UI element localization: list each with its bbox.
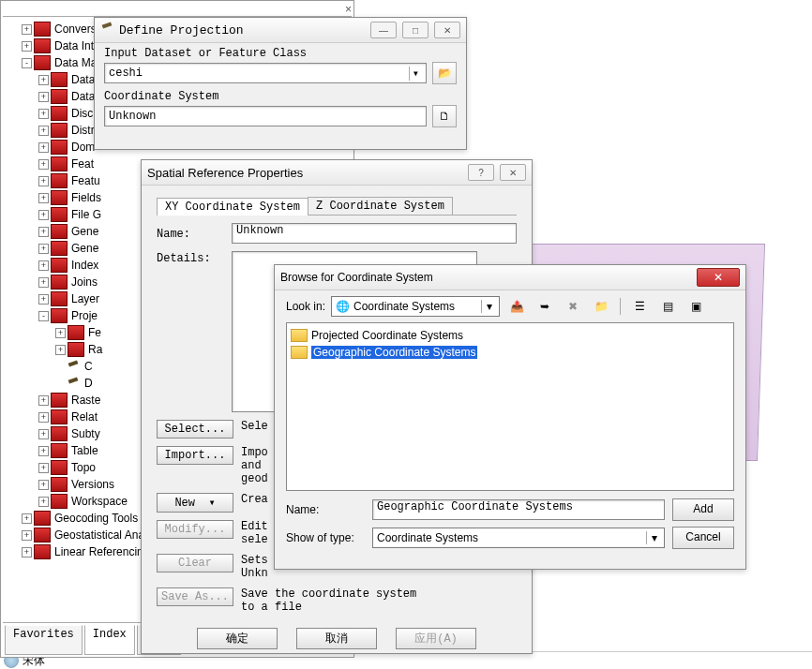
add-button[interactable]: Add: [672, 498, 734, 521]
tree-item-label: Workspace: [71, 495, 128, 508]
file-list-item[interactable]: Geographic Coordinate Systems: [291, 344, 729, 361]
expand-toggle[interactable]: +: [38, 277, 49, 288]
dropdown-icon[interactable]: ▾: [409, 67, 422, 81]
close-button[interactable]: ✕: [697, 268, 740, 287]
tree-item-label: D: [84, 377, 93, 390]
panel-close-icon[interactable]: ×: [345, 3, 352, 16]
cancel-button[interactable]: 取消: [296, 628, 377, 649]
expand-toggle[interactable]: +: [22, 41, 32, 52]
tree-item-label: Gene: [71, 225, 98, 238]
tree-item-label: Data Ma: [54, 56, 97, 69]
list-view-button[interactable]: ☰: [628, 296, 651, 317]
expand-toggle[interactable]: +: [38, 446, 49, 456]
name-label: Name:: [286, 503, 365, 516]
open-folder-button[interactable]: 📂: [432, 62, 457, 84]
expand-toggle[interactable]: +: [38, 126, 49, 136]
toolbox-icon: [34, 38, 51, 53]
coordinate-system-field[interactable]: Unknown: [109, 110, 156, 123]
expand-toggle[interactable]: +: [38, 480, 49, 490]
name-field[interactable]: Unknown: [236, 224, 283, 237]
toolbox-icon: [51, 156, 68, 171]
tree-item-label: Relat: [71, 410, 98, 424]
toolbox-icon: [51, 291, 68, 306]
expand-toggle[interactable]: +: [38, 159, 49, 170]
expand-toggle[interactable]: +: [38, 92, 49, 102]
toolbox-icon: [51, 477, 68, 492]
tree-item-label: Gene: [71, 242, 98, 255]
show-of-type-label: Show of type:: [286, 531, 365, 544]
toolbox-icon: [34, 528, 51, 543]
define-projection-titlebar[interactable]: Define Projection — □ ✕: [95, 18, 466, 43]
expand-toggle[interactable]: +: [38, 395, 49, 406]
help-button[interactable]: ?: [468, 164, 494, 181]
saveas-desc: Save the coordinate system to a file: [241, 587, 416, 614]
tree-item-label: Table: [71, 444, 98, 457]
file-list[interactable]: Projected Coordinate SystemsGeographic C…: [286, 322, 734, 491]
details-view-button[interactable]: ▤: [656, 296, 679, 317]
expand-toggle[interactable]: +: [38, 294, 49, 305]
expand-toggle[interactable]: +: [22, 547, 32, 558]
clear-desc: Sets Unkn: [241, 554, 268, 580]
connect-button[interactable]: ➥: [534, 296, 556, 317]
show-of-type-combo[interactable]: Coordinate Systems ▾: [372, 528, 665, 548]
maximize-button[interactable]: □: [402, 22, 429, 38]
tab-favorites[interactable]: Favorites: [5, 625, 83, 655]
expand-toggle[interactable]: +: [38, 412, 49, 423]
new-folder-button[interactable]: 📁: [590, 296, 612, 317]
expand-toggle[interactable]: +: [38, 142, 49, 153]
select-desc: Sele: [241, 420, 268, 433]
disconnect-button[interactable]: ✖: [562, 296, 584, 317]
expand-toggle[interactable]: +: [38, 193, 49, 203]
select-button[interactable]: Select...: [157, 420, 233, 439]
expand-toggle[interactable]: +: [38, 497, 49, 507]
expand-toggle[interactable]: -: [38, 311, 49, 321]
file-list-item[interactable]: Projected Coordinate Systems: [291, 327, 729, 344]
cancel-button[interactable]: Cancel: [672, 527, 734, 549]
expand-toggle[interactable]: -: [22, 58, 32, 68]
look-in-combo[interactable]: 🌐 Coordinate Systems ▾: [331, 296, 500, 317]
expand-toggle[interactable]: +: [38, 176, 49, 186]
dropdown-icon[interactable]: ▾: [481, 300, 497, 313]
tree-item-label: C: [84, 360, 93, 373]
modify-button: Modify...: [157, 520, 233, 539]
minimize-button[interactable]: —: [370, 22, 397, 38]
folder-icon: [291, 329, 308, 342]
tab-index[interactable]: Index: [84, 625, 135, 655]
thumbnails-view-button[interactable]: ▣: [684, 296, 707, 317]
expand-toggle[interactable]: +: [38, 227, 49, 237]
toolbox-icon: [51, 258, 68, 273]
toolbox-icon: [51, 106, 68, 121]
modify-desc: Edit sele: [241, 520, 268, 546]
srp-titlebar[interactable]: Spatial Reference Properties ? ✕: [142, 160, 532, 186]
import-button[interactable]: Import...: [157, 446, 233, 465]
expand-toggle[interactable]: +: [22, 24, 32, 35]
name-field[interactable]: Geographic Coordinate Systems: [377, 500, 573, 513]
expand-toggle[interactable]: +: [22, 530, 32, 541]
expand-toggle[interactable]: +: [38, 109, 49, 119]
expand-toggle[interactable]: +: [38, 429, 49, 439]
tree-item-label: Fields: [71, 191, 101, 204]
properties-button[interactable]: 🗋: [432, 105, 457, 127]
tree-item-label: Topo: [71, 461, 96, 474]
ok-button[interactable]: 确定: [197, 628, 278, 649]
dropdown-icon[interactable]: ▾: [646, 531, 662, 544]
expand-toggle[interactable]: +: [38, 260, 49, 271]
input-dataset-field[interactable]: ceshi: [109, 67, 143, 80]
tab-xy-coordinate-system[interactable]: XY Coordinate System: [157, 198, 308, 216]
expand-toggle[interactable]: +: [22, 513, 32, 524]
close-button[interactable]: ✕: [500, 164, 526, 181]
tab-z-coordinate-system[interactable]: Z Coordinate System: [308, 197, 453, 215]
expand-toggle[interactable]: +: [55, 345, 66, 355]
expand-toggle[interactable]: +: [38, 210, 49, 220]
new-button[interactable]: New ▾: [157, 493, 233, 513]
expand-toggle[interactable]: +: [55, 328, 66, 338]
toolbox-icon: [68, 342, 84, 357]
close-button[interactable]: ✕: [434, 22, 460, 38]
expand-toggle[interactable]: +: [38, 244, 49, 254]
hammer-icon: [100, 23, 113, 37]
expand-toggle[interactable]: +: [38, 463, 49, 473]
toolbox-icon: [51, 89, 68, 104]
browse-titlebar[interactable]: Browse for Coordinate System ✕: [275, 265, 745, 290]
up-one-level-button[interactable]: 📤: [505, 296, 528, 317]
expand-toggle[interactable]: +: [38, 75, 49, 85]
